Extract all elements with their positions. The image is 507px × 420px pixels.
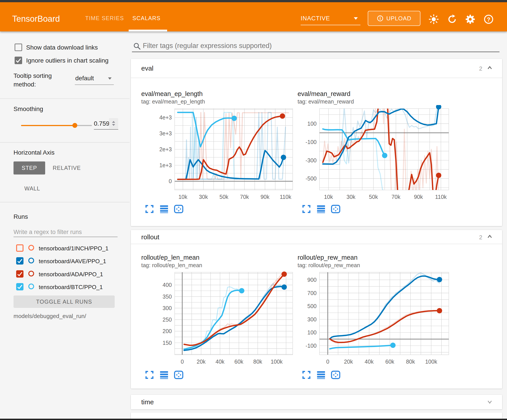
refresh-icon[interactable] xyxy=(447,14,457,24)
sidebar: Show data download links Ignore outliers… xyxy=(0,31,129,419)
chevron-up-icon[interactable] xyxy=(486,233,493,241)
run-row[interactable]: tensorboard/AAVE/PPO_1 xyxy=(0,257,129,268)
fit-to-view-icon[interactable] xyxy=(331,204,341,214)
settings-icon[interactable] xyxy=(465,14,475,24)
smoothing-stepper[interactable] xyxy=(109,118,118,129)
section-count: 2 xyxy=(479,65,482,72)
run-label: tensorboard/ADA/PPO_1 xyxy=(39,271,103,278)
smoothing-value-input[interactable] xyxy=(94,119,109,128)
expand-icon[interactable] xyxy=(301,370,311,380)
smoothing-slider[interactable] xyxy=(21,123,92,128)
svg-text:1e+3: 1e+3 xyxy=(159,162,172,168)
data-table-icon[interactable] xyxy=(316,204,326,214)
data-table-icon[interactable] xyxy=(159,204,169,214)
chart-toolbar xyxy=(301,370,341,380)
svg-text:30k: 30k xyxy=(199,194,208,200)
svg-text:-300: -300 xyxy=(306,157,317,164)
divider xyxy=(0,142,129,143)
status-dropdown[interactable]: INACTIVE xyxy=(301,14,360,25)
data-table-icon[interactable] xyxy=(159,370,169,380)
svg-text:50k: 50k xyxy=(369,194,378,200)
axis-wall-button[interactable]: WALL xyxy=(24,185,40,192)
svg-text:100k: 100k xyxy=(425,358,437,365)
chart-eval-mean-reward[interactable]: 10k30k50k70k90k110k100-100-300-500 xyxy=(299,105,454,203)
svg-text:10k: 10k xyxy=(178,194,188,200)
svg-text:?: ? xyxy=(487,16,490,23)
svg-text:-100: -100 xyxy=(306,343,317,349)
svg-text:100: 100 xyxy=(307,121,317,127)
chart-eval-mean-ep-length[interactable]: 10k30k50k70k90k110k01e+32e+33e+34e+3 xyxy=(155,105,301,203)
svg-text:100: 100 xyxy=(307,329,317,336)
axis-relative-button[interactable]: RELATIVE xyxy=(53,165,81,171)
show-data-download-links-checkbox[interactable] xyxy=(15,44,22,51)
brightness-icon[interactable] xyxy=(429,14,439,24)
stepper-down-icon xyxy=(112,124,115,126)
svg-text:80k: 80k xyxy=(253,358,262,365)
tooltip-sorting-label-line1: Tooltip sorting xyxy=(14,72,52,79)
svg-text:150: 150 xyxy=(162,340,172,346)
svg-text:10k: 10k xyxy=(324,194,333,200)
toggle-all-runs-button[interactable]: TOGGLE ALL RUNS xyxy=(14,296,115,308)
chevron-down-icon[interactable] xyxy=(486,398,493,406)
data-table-icon[interactable] xyxy=(316,370,326,380)
svg-text:4e+3: 4e+3 xyxy=(159,114,172,121)
divider xyxy=(0,202,129,202)
expand-icon[interactable] xyxy=(144,204,155,214)
filter-tags-underline xyxy=(132,52,500,52)
tooltip-sorting-dropdown[interactable]: default xyxy=(75,74,114,84)
app-title: TensorBoard xyxy=(12,14,60,24)
svg-text:300: 300 xyxy=(162,305,172,311)
svg-text:100k: 100k xyxy=(271,358,283,365)
run-row[interactable]: tensorboard/BTC/PPO_1 xyxy=(0,283,129,294)
expand-icon[interactable] xyxy=(301,204,311,214)
upload-button[interactable]: UPLOAD xyxy=(368,11,420,26)
run-label: tensorboard/1INCH/PPO_1 xyxy=(39,245,108,252)
dropdown-underline xyxy=(75,84,114,85)
ignore-outliers-checkbox[interactable] xyxy=(15,57,22,64)
svg-text:110k: 110k xyxy=(280,194,291,200)
chart-toolbar xyxy=(301,204,341,214)
filter-tags-input[interactable] xyxy=(143,41,499,51)
rollout-section-header[interactable]: rollout 2 xyxy=(131,230,502,244)
divider xyxy=(0,98,129,99)
svg-text:-500: -500 xyxy=(306,175,317,182)
active-tab-indicator xyxy=(129,30,167,31)
chart-tag: tag: eval/mean_ep_length xyxy=(141,98,205,105)
slider-handle[interactable] xyxy=(72,123,77,128)
axis-step-button[interactable]: STEP xyxy=(14,161,45,174)
svg-text:70k: 70k xyxy=(391,194,401,200)
fit-to-view-icon[interactable] xyxy=(331,370,341,380)
chart-rollout-ep-rew-mean[interactable]: 020k40k60k80k100k-100100300500700900 xyxy=(299,269,454,369)
next-section-card-partial xyxy=(131,413,502,419)
run-label: tensorboard/BTC/PPO_1 xyxy=(39,284,103,291)
run-checkbox[interactable] xyxy=(16,270,23,278)
help-icon[interactable]: ? xyxy=(484,14,494,24)
run-checkbox[interactable] xyxy=(16,283,23,290)
run-row[interactable]: tensorboard/1INCH/PPO_1 xyxy=(0,244,129,255)
svg-text:80k: 80k xyxy=(406,358,415,365)
time-section-header[interactable]: time xyxy=(131,395,502,409)
expand-icon[interactable] xyxy=(144,370,155,380)
run-color-swatch xyxy=(28,271,34,276)
runs-filter-input[interactable] xyxy=(14,227,118,237)
svg-text:2e+3: 2e+3 xyxy=(159,146,172,152)
section-title: rollout xyxy=(141,233,159,241)
svg-text:40k: 40k xyxy=(365,358,374,365)
fit-to-view-icon[interactable] xyxy=(174,204,184,214)
tab-scalars[interactable]: SCALARS xyxy=(132,15,161,21)
run-checkbox[interactable] xyxy=(16,257,23,264)
chevron-down-icon xyxy=(108,77,112,80)
chart-title: rollout/ep_rew_mean xyxy=(297,254,358,261)
run-checkbox[interactable] xyxy=(16,244,23,252)
chart-toolbar xyxy=(144,370,184,380)
tab-time-series[interactable]: TIME SERIES xyxy=(85,15,124,21)
chart-tag: tag: eval/mean_reward xyxy=(297,98,354,105)
run-row[interactable]: tensorboard/ADA/PPO_1 xyxy=(0,270,129,281)
chevron-down-icon xyxy=(354,17,358,20)
eval-section-header[interactable]: eval 2 xyxy=(131,59,502,78)
tooltip-sorting-label-line2: method: xyxy=(14,81,36,88)
chevron-up-icon[interactable] xyxy=(486,64,493,72)
fit-to-view-icon[interactable] xyxy=(174,370,184,380)
chart-rollout-ep-len-mean[interactable]: 020k40k60k80k100k150200250300350400 xyxy=(155,269,301,369)
ignore-outliers-label: Ignore outliers in chart scaling xyxy=(26,57,128,64)
